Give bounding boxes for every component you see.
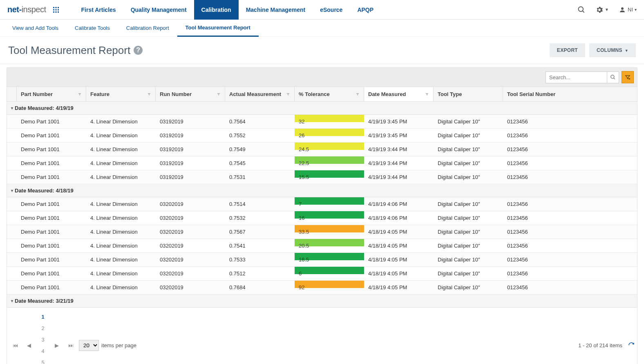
- cell-run: 03192019: [156, 129, 225, 142]
- user-menu[interactable]: NI ▾: [619, 6, 637, 13]
- pager-last-icon[interactable]: ⏭: [65, 339, 76, 351]
- pager-next-icon[interactable]: ▶: [51, 339, 63, 351]
- cell-date: 4/19/19 3:45 PM: [364, 115, 434, 128]
- nav-tab-apqp[interactable]: APQP: [350, 0, 381, 20]
- nav-tab-first-articles[interactable]: First Articles: [74, 0, 123, 20]
- pager-info-text: 1 - 20 of 214 items: [578, 342, 622, 348]
- cell-type: Digital Caliper 10": [434, 197, 503, 211]
- column-filter-icon[interactable]: [356, 92, 360, 96]
- table-row[interactable]: Demo Part 10014. Linear Dimension0319201…: [7, 143, 637, 156]
- settings-gear-icon[interactable]: ▼: [595, 6, 609, 14]
- table-row[interactable]: Demo Part 10014. Linear Dimension0320201…: [7, 253, 637, 267]
- pager-page-1[interactable]: 1: [37, 311, 49, 322]
- cell-run: 03202019: [156, 281, 225, 294]
- column-header-run-number[interactable]: Run Number: [156, 87, 225, 101]
- table-row[interactable]: Demo Part 10014. Linear Dimension0320201…: [7, 225, 637, 239]
- column-filter-icon[interactable]: [286, 92, 290, 96]
- subtab-view-and-add-tools[interactable]: View and Add Tools: [4, 20, 67, 37]
- page-title-text: Tool Measurement Report: [8, 44, 130, 57]
- grid-pager: ⏮ ◀ 12345... ▶ ⏭ 20 items per page 1 - 2…: [7, 308, 637, 364]
- cell-date: 4/19/19 3:45 PM: [364, 129, 434, 142]
- apps-grid-icon[interactable]: [50, 4, 62, 16]
- group-expand-icon[interactable]: ▾: [11, 299, 13, 303]
- page-size-select[interactable]: 20: [79, 340, 99, 351]
- tolerance-badge: 22.5: [295, 156, 364, 164]
- cell-date: 4/18/19 4:05 PM: [364, 239, 434, 252]
- table-row[interactable]: Demo Part 10014. Linear Dimension0320201…: [7, 211, 637, 225]
- page-title: Tool Measurement Report ?: [8, 44, 143, 57]
- page-header: Tool Measurement Report ? EXPORT COLUMNS…: [0, 37, 644, 64]
- column-filter-icon[interactable]: [425, 92, 429, 96]
- cell-run: 03192019: [156, 170, 225, 184]
- pager-page-4[interactable]: 4: [37, 345, 49, 357]
- table-row[interactable]: Demo Part 10014. Linear Dimension0319201…: [7, 170, 637, 184]
- cell-run: 03192019: [156, 143, 225, 156]
- group-row[interactable]: ▾Date Measured: 3/21/19: [7, 295, 637, 308]
- column-header-actual-measurement[interactable]: Actual Measurement: [225, 87, 295, 101]
- cell-run: 03202019: [156, 197, 225, 211]
- svg-rect-0: [53, 7, 54, 8]
- user-icon: [619, 6, 626, 13]
- brand-part1: net-: [7, 5, 22, 14]
- cell-actual: 0.7514: [225, 197, 295, 211]
- cell-tol: 92: [295, 281, 364, 294]
- help-icon[interactable]: ?: [134, 46, 143, 55]
- search-input[interactable]: [546, 71, 607, 83]
- subtab-calibrate-tools[interactable]: Calibrate Tools: [67, 20, 118, 37]
- group-row[interactable]: ▾Date Measured: 4/18/19: [7, 184, 637, 197]
- cell-run: 03202019: [156, 211, 225, 225]
- subtab-calibration-report[interactable]: Calibration Report: [118, 20, 177, 37]
- group-label: Date Measured: 3/21/19: [15, 298, 74, 304]
- cell-tol: 6: [295, 267, 364, 280]
- group-expand-icon[interactable]: ▾: [11, 106, 13, 110]
- column-filter-icon[interactable]: [78, 92, 82, 96]
- column-header-part-number[interactable]: Part Number: [17, 87, 86, 101]
- columns-button[interactable]: COLUMNS▼: [589, 43, 636, 57]
- subtab-tool-measurement-report[interactable]: Tool Measurement Report: [177, 20, 259, 37]
- search-submit-icon[interactable]: [607, 71, 619, 83]
- column-filter-icon[interactable]: [147, 92, 151, 96]
- cell-part: Demo Part 1001: [17, 143, 86, 156]
- cell-actual: 0.7564: [225, 115, 295, 128]
- cell-type: Digital Caliper 10": [434, 129, 503, 142]
- table-row[interactable]: Demo Part 10014. Linear Dimension0320201…: [7, 267, 637, 281]
- nav-tab-calibration[interactable]: Calibration: [194, 0, 239, 20]
- cell-tol: 16.5: [295, 253, 364, 266]
- main-nav-tabs: First ArticlesQuality ManagementCalibrat…: [74, 0, 381, 20]
- group-expand-icon[interactable]: ▾: [11, 188, 13, 193]
- column-header--tolerance[interactable]: % Tolerance: [295, 87, 364, 101]
- column-filter-icon[interactable]: [217, 92, 221, 96]
- nav-tab-esource[interactable]: eSource: [313, 0, 350, 20]
- clear-filter-button[interactable]: [622, 71, 634, 83]
- cell-part: Demo Part 1001: [17, 170, 86, 184]
- pager-page-3[interactable]: 3: [37, 334, 49, 345]
- table-row[interactable]: Demo Part 10014. Linear Dimension0319201…: [7, 156, 637, 170]
- refresh-icon[interactable]: [628, 342, 635, 348]
- column-header-tool-serial-number[interactable]: Tool Serial Number: [503, 87, 637, 101]
- pager-prev-icon[interactable]: ◀: [23, 339, 35, 351]
- svg-rect-6: [53, 11, 54, 13]
- cell-tol: 33.5: [295, 225, 364, 239]
- table-row[interactable]: Demo Part 10014. Linear Dimension0319201…: [7, 129, 637, 143]
- column-header-tool-type[interactable]: Tool Type: [434, 87, 503, 101]
- column-header-date-measured[interactable]: Date Measured: [364, 87, 434, 101]
- pager-page-5[interactable]: 5: [37, 357, 49, 364]
- search-icon[interactable]: [577, 6, 586, 14]
- pager-page-2[interactable]: 2: [37, 322, 49, 334]
- export-button[interactable]: EXPORT: [550, 43, 585, 57]
- cell-serial: 0123456: [503, 156, 637, 170]
- nav-tab-machine-management[interactable]: Machine Management: [239, 0, 313, 20]
- pager-first-icon[interactable]: ⏮: [9, 339, 21, 351]
- cell-feature: 4. Linear Dimension: [86, 267, 156, 280]
- table-row[interactable]: Demo Part 10014. Linear Dimension0320201…: [7, 239, 637, 253]
- table-row[interactable]: Demo Part 10014. Linear Dimension0320201…: [7, 197, 637, 211]
- group-row[interactable]: ▾Date Measured: 4/19/19: [7, 102, 637, 115]
- column-header-feature[interactable]: Feature: [86, 87, 156, 101]
- table-row[interactable]: Demo Part 10014. Linear Dimension0320201…: [7, 281, 637, 295]
- table-row[interactable]: Demo Part 10014. Linear Dimension0319201…: [7, 115, 637, 129]
- cell-actual: 0.7552: [225, 129, 295, 142]
- grid-body[interactable]: ▾Date Measured: 4/19/19Demo Part 10014. …: [7, 102, 637, 308]
- cell-date: 4/18/19 4:05 PM: [364, 253, 434, 266]
- nav-tab-quality-management[interactable]: Quality Management: [123, 0, 194, 20]
- brand-logo[interactable]: net-inspect: [7, 5, 46, 14]
